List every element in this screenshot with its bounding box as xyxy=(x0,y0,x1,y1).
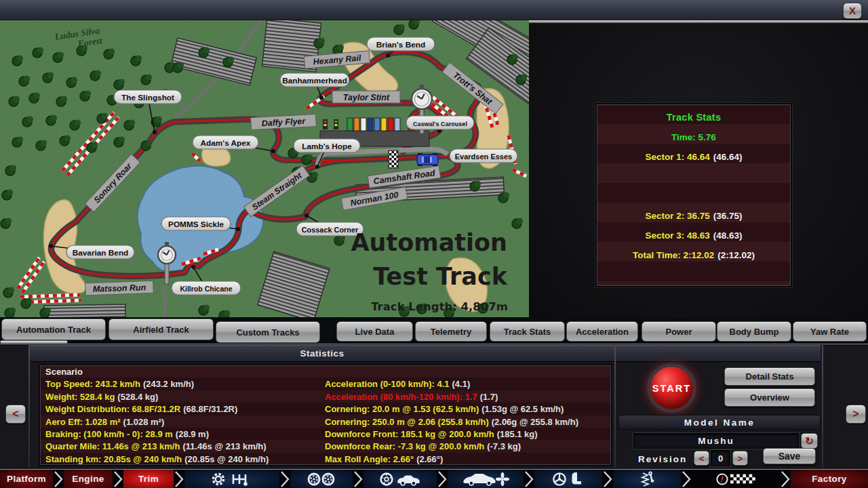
nav-tires-icon[interactable] xyxy=(290,470,353,488)
stat-best: (-7.3 kg) xyxy=(487,441,521,451)
model-name-input[interactable]: Mushu xyxy=(633,433,799,449)
stat-row: Aero Eff: 1.028 m²(1.028 m²) xyxy=(45,416,269,428)
revision-decrement-button[interactable]: < xyxy=(694,451,709,466)
next-page-button[interactable]: > xyxy=(846,405,866,424)
stat-best: (185.1 kg) xyxy=(497,429,538,439)
chevron-separator-icon xyxy=(113,470,123,488)
start-finish-line xyxy=(389,150,398,168)
tab-airfield-track[interactable]: Airfield Track xyxy=(108,319,214,340)
start-test-button[interactable]: START xyxy=(647,363,696,413)
track-map: Hexany RailTaylor StintDaffy FlyerTrott'… xyxy=(0,20,529,317)
map-title: AutomationTest TrackTrack Length: 4,807m xyxy=(351,229,508,313)
tab-bar: Automation TrackAirfield TrackCustom Tra… xyxy=(0,317,868,344)
pit-box xyxy=(368,118,373,131)
tab-automation-track[interactable]: Automation Track xyxy=(1,319,106,340)
chevron-separator-icon xyxy=(780,470,791,488)
overview-button[interactable]: Overview xyxy=(724,388,815,407)
stat-value: Weight: 528.4 kg xyxy=(45,392,115,402)
stat-value: Max Roll Angle: 2.66° xyxy=(325,454,414,464)
prev-page-button[interactable]: < xyxy=(5,405,26,424)
tab-track-stats[interactable]: Track Stats xyxy=(490,321,565,342)
revision-value: 0 xyxy=(711,450,730,466)
save-button[interactable]: Save xyxy=(763,448,816,464)
corner-label: Evardsen Esses xyxy=(450,149,517,163)
svg-text:!: ! xyxy=(719,474,725,485)
tires-icon xyxy=(306,471,337,487)
stat-row: Scenario xyxy=(45,366,269,378)
stat-best: (20.85s @ 240 km/h) xyxy=(184,454,269,464)
divider xyxy=(614,345,616,468)
track-stats-value: Sector 1: 46.64 xyxy=(645,152,709,162)
svg-text:Automation: Automation xyxy=(351,229,507,256)
track-stats-line: Time: 5.76 xyxy=(597,127,791,147)
track-stats-best: (48.63) xyxy=(713,230,743,241)
interior-icon xyxy=(551,471,585,487)
chevron-separator-icon xyxy=(524,470,534,488)
stat-row: Downforce Front: 185.1 kg @ 200.0 km/h(1… xyxy=(325,428,578,441)
detail-stats-button[interactable]: Detail Stats xyxy=(724,367,815,386)
stat-value: Acceleration (0-100 km/h): 4.1 xyxy=(325,379,450,389)
stat-row xyxy=(325,366,578,378)
nav-test-track-icon[interactable]: ! xyxy=(692,470,780,488)
nav-brakes-icon[interactable] xyxy=(363,470,437,488)
stat-best: (528.4 kg) xyxy=(117,392,158,402)
svg-text:Caswal's Carousel: Caswal's Carousel xyxy=(413,121,467,127)
svg-text:Killrob Chicane: Killrob Chicane xyxy=(180,285,232,293)
pit-box xyxy=(361,118,366,131)
stat-value: Acceleration (80 km/h-120 km/h): 1.7 xyxy=(325,392,477,402)
svg-text:Test Track: Test Track xyxy=(373,263,507,290)
refresh-icon: ↻ xyxy=(805,435,814,447)
track-stats-line: Sector 1: 46.64(46.64) xyxy=(597,147,791,167)
svg-text:Taylor Stint: Taylor Stint xyxy=(343,93,390,102)
nav-suspension-icon[interactable] xyxy=(613,470,681,488)
revision-label: Revision xyxy=(638,451,692,467)
stat-value: Aero Eff: 1.028 m² xyxy=(45,417,121,427)
nav-aero-icon[interactable] xyxy=(448,470,524,488)
track-stats-best: (36.75) xyxy=(713,211,743,221)
tab-live-data[interactable]: Live Data xyxy=(336,321,413,342)
nav-trim[interactable]: Trim xyxy=(123,470,174,488)
pit-box xyxy=(347,118,353,131)
bottom-nav: PlatformEngineTrim!Factory xyxy=(0,469,868,488)
svg-text:Evardsen Esses: Evardsen Esses xyxy=(455,152,513,161)
track-stats-panel: Track Stats Time: 5.76Sector 1: 46.64(46… xyxy=(595,103,792,287)
stat-value: Quarter Mile: 11.46s @ 213 km/h xyxy=(45,441,180,451)
stat-row: Standing km: 20.85s @ 240 km/h(20.85s @ … xyxy=(45,453,269,466)
track-stats-value: Time: 5.76 xyxy=(671,132,716,142)
track-stats-title: Track Stats xyxy=(597,108,791,127)
nav-interior-icon[interactable] xyxy=(534,470,602,488)
pit-box xyxy=(374,118,380,131)
chevron-separator-icon xyxy=(279,470,290,488)
track-stats-value: Sector 3: 48.63 xyxy=(645,230,709,241)
revision-increment-button[interactable]: > xyxy=(732,451,748,466)
stat-row: Cornering: 250.0 m @ 2.06 (255.8 km/h)(2… xyxy=(325,416,578,428)
statistics-right-column: Acceleration (0-100 km/h): 4.1(4.1)Accel… xyxy=(325,366,578,466)
svg-text:The Slingshot: The Slingshot xyxy=(121,93,174,102)
statistics-left-column: ScenarioTop Speed: 243.2 km/h(243.2 km/h… xyxy=(45,366,269,466)
nav-platform[interactable]: Platform xyxy=(0,470,53,488)
tab-custom-tracks[interactable]: Custom Tracks xyxy=(216,321,320,343)
close-button[interactable]: X xyxy=(843,3,862,19)
stat-row: Cornering: 20.0 m @ 1.53 (62.5 km/h)(1.5… xyxy=(325,403,578,415)
stat-best: (4.1) xyxy=(452,379,471,389)
stat-best: (243.2 km/h) xyxy=(143,379,194,389)
stat-best: (11.46s @ 213 km/h) xyxy=(182,441,266,451)
tab-yaw-rate[interactable]: Yaw Rate xyxy=(793,321,867,342)
divider xyxy=(822,345,823,468)
tab-telemetry[interactable]: Telemetry xyxy=(415,321,487,342)
tab-power[interactable]: Power xyxy=(642,321,716,342)
stat-row: Top Speed: 243.2 km/h(243.2 km/h) xyxy=(45,378,269,390)
nav-factory[interactable]: Factory xyxy=(791,470,868,488)
refresh-button[interactable]: ↻ xyxy=(801,433,818,449)
tab-acceleration[interactable]: Acceleration xyxy=(566,321,638,342)
stat-row: Quarter Mile: 11.46s @ 213 km/h(11.46s @… xyxy=(45,441,269,453)
nav-engine[interactable]: Engine xyxy=(64,470,113,488)
stat-value: Cornering: 250.0 m @ 2.06 (255.8 km/h) xyxy=(325,417,489,427)
track-length-label: Track Length: 4,807m xyxy=(371,300,508,313)
aero-icon xyxy=(462,471,509,487)
nav-drivetrain-icon[interactable] xyxy=(184,470,279,488)
suspension-icon xyxy=(637,471,657,487)
tab-body-bump[interactable]: Body Bump xyxy=(717,321,791,342)
stat-value: Braking: (100 km/h - 0): 28.9 m xyxy=(45,429,173,439)
svg-text:Matsson Run: Matsson Run xyxy=(93,283,146,294)
